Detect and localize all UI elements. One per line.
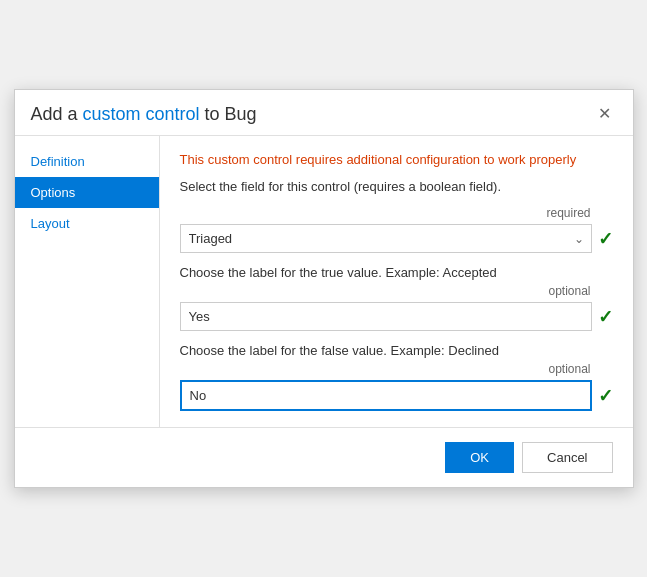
true-value-input[interactable] — [180, 302, 592, 331]
sidebar-item-definition[interactable]: Definition — [15, 146, 159, 177]
field2-check-icon: ✓ — [598, 306, 613, 328]
dialog-title: Add a custom control to Bug — [31, 104, 257, 125]
main-content: This custom control requires additional … — [160, 136, 633, 427]
field2-row: ✓ — [180, 302, 613, 331]
sidebar-item-options[interactable]: Options — [15, 177, 159, 208]
field2-meta: optional — [180, 284, 591, 298]
triaged-select[interactable]: Triaged — [180, 224, 592, 253]
dialog-header: Add a custom control to Bug ✕ — [15, 90, 633, 135]
field3-meta: optional — [180, 362, 591, 376]
sidebar: Definition Options Layout — [15, 136, 160, 427]
title-highlight: custom control — [83, 104, 200, 124]
close-button[interactable]: ✕ — [592, 104, 617, 124]
dialog-footer: OK Cancel — [15, 427, 633, 487]
field3-check-icon: ✓ — [598, 385, 613, 407]
triaged-select-wrapper: Triaged ⌄ — [180, 224, 592, 253]
select-field-label: Select the field for this control (requi… — [180, 179, 613, 194]
info-orange: This custom control requires additional … — [180, 152, 577, 167]
ok-button[interactable]: OK — [445, 442, 514, 473]
field2-group: Choose the label for the true value. Exa… — [180, 265, 613, 331]
field3-label: Choose the label for the false value. Ex… — [180, 343, 613, 358]
info-text: This custom control requires additional … — [180, 152, 613, 167]
dialog-body: Definition Options Layout This custom co… — [15, 135, 633, 427]
field2-label: Choose the label for the true value. Exa… — [180, 265, 613, 280]
field3-group: Choose the label for the false value. Ex… — [180, 343, 613, 411]
cancel-button[interactable]: Cancel — [522, 442, 612, 473]
false-value-input[interactable] — [180, 380, 592, 411]
field1-meta: required — [180, 206, 591, 220]
field1-group: required Triaged ⌄ ✓ — [180, 206, 613, 253]
field3-row: ✓ — [180, 380, 613, 411]
sidebar-item-layout[interactable]: Layout — [15, 208, 159, 239]
dialog: Add a custom control to Bug ✕ Definition… — [14, 89, 634, 488]
field1-check-icon: ✓ — [598, 228, 613, 250]
field1-row: Triaged ⌄ ✓ — [180, 224, 613, 253]
